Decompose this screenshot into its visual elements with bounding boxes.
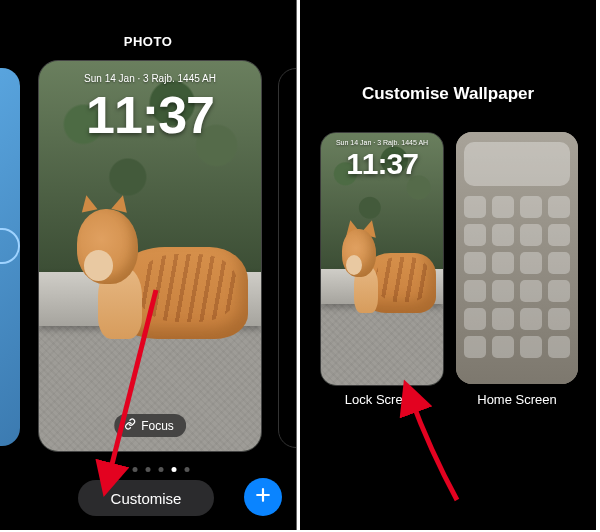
next-wallpaper-peek[interactable] — [278, 68, 297, 448]
home-screen-option[interactable] — [456, 132, 578, 384]
annotation-arrow — [402, 390, 482, 514]
customise-title: Customise Wallpaper — [300, 84, 596, 104]
add-wallpaper-button[interactable] — [244, 478, 282, 516]
home-screen-caption: Home Screen — [456, 392, 578, 407]
wallpaper-gallery-screen: PHOTO Sun 14 Jan · 3 Rajb. 1445 AH 11:37 — [0, 0, 297, 530]
plus-icon — [253, 485, 273, 509]
focus-chip[interactable]: Focus — [114, 414, 186, 437]
lockscreen-date: Sun 14 Jan · 3 Rajb. 1445 AH — [39, 73, 261, 84]
current-lockscreen-preview[interactable]: Sun 14 Jan · 3 Rajb. 1445 AH 11:37 Focus — [38, 60, 262, 452]
lockscreen-time: 11:37 — [321, 147, 443, 181]
lock-screen-option[interactable]: Sun 14 Jan · 3 Rajb. 1445 AH 11:37 — [320, 132, 444, 386]
lock-screen-caption: Lock Screen — [320, 392, 442, 407]
link-icon — [124, 418, 136, 433]
lockscreen-time: 11:37 — [39, 85, 261, 145]
customise-button[interactable]: Customise — [78, 480, 214, 516]
gallery-title: PHOTO — [0, 34, 296, 49]
lockscreen-date: Sun 14 Jan · 3 Rajb. 1445 AH — [321, 139, 443, 146]
customise-wallpaper-screen: Customise Wallpaper Sun 14 Jan · 3 Rajb.… — [300, 0, 596, 530]
prev-wallpaper-peek[interactable] — [0, 68, 20, 446]
page-indicator — [107, 467, 190, 472]
home-screen-mock — [456, 132, 578, 384]
customise-button-label: Customise — [111, 490, 182, 507]
focus-label: Focus — [141, 419, 174, 433]
